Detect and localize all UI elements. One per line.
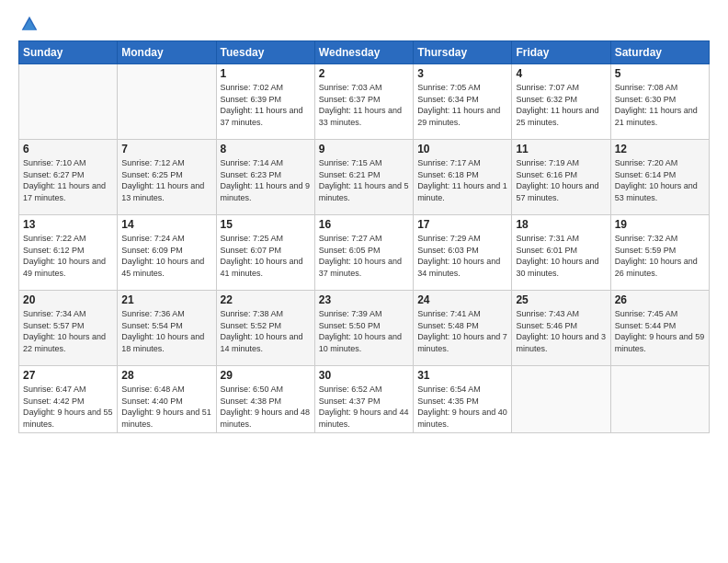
weekday-header-sunday: Sunday	[19, 41, 118, 64]
day-info: Sunrise: 7:34 AM Sunset: 5:57 PM Dayligh…	[23, 308, 113, 354]
day-cell: 6Sunrise: 7:10 AM Sunset: 6:27 PM Daylig…	[19, 140, 118, 215]
day-info: Sunrise: 7:14 AM Sunset: 6:23 PM Dayligh…	[221, 157, 311, 203]
day-number: 31	[417, 369, 507, 382]
logo-icon	[20, 15, 39, 33]
weekday-header-friday: Friday	[512, 41, 610, 64]
day-info: Sunrise: 7:31 AM Sunset: 6:01 PM Dayligh…	[516, 233, 606, 279]
day-cell	[19, 64, 118, 140]
weekday-header-thursday: Thursday	[414, 41, 512, 64]
day-number: 5	[615, 67, 705, 80]
day-info: Sunrise: 7:08 AM Sunset: 6:30 PM Dayligh…	[615, 82, 705, 128]
day-cell: 14Sunrise: 7:24 AM Sunset: 6:09 PM Dayli…	[118, 215, 216, 291]
day-number: 6	[23, 143, 113, 155]
day-number: 12	[615, 143, 705, 155]
day-info: Sunrise: 7:12 AM Sunset: 6:25 PM Dayligh…	[121, 157, 211, 203]
day-cell: 22Sunrise: 7:38 AM Sunset: 5:52 PM Dayli…	[216, 291, 314, 366]
day-number: 2	[319, 67, 409, 80]
day-number: 16	[319, 218, 409, 231]
day-cell: 19Sunrise: 7:32 AM Sunset: 5:59 PM Dayli…	[610, 215, 709, 291]
day-number: 22	[221, 293, 311, 306]
day-cell: 30Sunrise: 6:52 AM Sunset: 4:37 PM Dayli…	[314, 366, 413, 433]
day-cell: 24Sunrise: 7:41 AM Sunset: 5:48 PM Dayli…	[414, 291, 512, 366]
day-cell: 17Sunrise: 7:29 AM Sunset: 6:03 PM Dayli…	[414, 215, 512, 291]
day-cell: 10Sunrise: 7:17 AM Sunset: 6:18 PM Dayli…	[414, 140, 512, 215]
day-info: Sunrise: 7:03 AM Sunset: 6:37 PM Dayligh…	[319, 82, 409, 128]
weekday-header-row: SundayMondayTuesdayWednesdayThursdayFrid…	[19, 41, 710, 64]
day-info: Sunrise: 7:45 AM Sunset: 5:44 PM Dayligh…	[615, 308, 705, 354]
day-number: 24	[417, 293, 507, 306]
day-info: Sunrise: 7:02 AM Sunset: 6:39 PM Dayligh…	[221, 82, 311, 128]
day-info: Sunrise: 7:20 AM Sunset: 6:14 PM Dayligh…	[615, 157, 705, 203]
week-row-5: 27Sunrise: 6:47 AM Sunset: 4:42 PM Dayli…	[19, 366, 710, 433]
day-info: Sunrise: 7:24 AM Sunset: 6:09 PM Dayligh…	[121, 233, 211, 279]
day-cell: 26Sunrise: 7:45 AM Sunset: 5:44 PM Dayli…	[610, 291, 709, 366]
day-cell: 23Sunrise: 7:39 AM Sunset: 5:50 PM Dayli…	[314, 291, 413, 366]
day-number: 11	[516, 143, 606, 155]
day-number: 21	[121, 293, 211, 306]
week-row-3: 13Sunrise: 7:22 AM Sunset: 6:12 PM Dayli…	[19, 215, 710, 291]
day-number: 26	[615, 293, 705, 306]
week-row-2: 6Sunrise: 7:10 AM Sunset: 6:27 PM Daylig…	[19, 140, 710, 215]
weekday-header-wednesday: Wednesday	[314, 41, 413, 64]
day-cell	[610, 366, 709, 433]
day-number: 23	[319, 293, 409, 306]
day-info: Sunrise: 6:50 AM Sunset: 4:38 PM Dayligh…	[221, 384, 311, 430]
day-info: Sunrise: 6:52 AM Sunset: 4:37 PM Dayligh…	[319, 384, 409, 430]
weekday-header-monday: Monday	[118, 41, 216, 64]
day-cell: 4Sunrise: 7:07 AM Sunset: 6:32 PM Daylig…	[512, 64, 610, 140]
day-cell: 28Sunrise: 6:48 AM Sunset: 4:40 PM Dayli…	[118, 366, 216, 433]
day-number: 10	[417, 143, 507, 155]
day-number: 15	[221, 218, 311, 231]
calendar: SundayMondayTuesdayWednesdayThursdayFrid…	[18, 40, 710, 433]
day-cell: 7Sunrise: 7:12 AM Sunset: 6:25 PM Daylig…	[118, 140, 216, 215]
day-info: Sunrise: 7:32 AM Sunset: 5:59 PM Dayligh…	[615, 233, 705, 279]
day-number: 9	[319, 143, 409, 155]
day-info: Sunrise: 7:38 AM Sunset: 5:52 PM Dayligh…	[221, 308, 311, 354]
weekday-header-tuesday: Tuesday	[216, 41, 314, 64]
day-info: Sunrise: 7:41 AM Sunset: 5:48 PM Dayligh…	[417, 308, 507, 354]
day-info: Sunrise: 7:05 AM Sunset: 6:34 PM Dayligh…	[417, 82, 507, 128]
day-cell: 18Sunrise: 7:31 AM Sunset: 6:01 PM Dayli…	[512, 215, 610, 291]
day-info: Sunrise: 7:19 AM Sunset: 6:16 PM Dayligh…	[516, 157, 606, 203]
weekday-header-saturday: Saturday	[610, 41, 709, 64]
logo	[18, 15, 39, 33]
day-info: Sunrise: 7:17 AM Sunset: 6:18 PM Dayligh…	[417, 157, 507, 203]
day-number: 25	[516, 293, 606, 306]
day-cell: 2Sunrise: 7:03 AM Sunset: 6:37 PM Daylig…	[314, 64, 413, 140]
day-cell: 27Sunrise: 6:47 AM Sunset: 4:42 PM Dayli…	[19, 366, 118, 433]
day-cell	[512, 366, 610, 433]
day-number: 30	[319, 369, 409, 382]
day-cell: 9Sunrise: 7:15 AM Sunset: 6:21 PM Daylig…	[314, 140, 413, 215]
day-number: 14	[121, 218, 211, 231]
day-cell: 5Sunrise: 7:08 AM Sunset: 6:30 PM Daylig…	[610, 64, 709, 140]
page: SundayMondayTuesdayWednesdayThursdayFrid…	[0, 0, 728, 442]
week-row-1: 1Sunrise: 7:02 AM Sunset: 6:39 PM Daylig…	[19, 64, 710, 140]
day-info: Sunrise: 6:47 AM Sunset: 4:42 PM Dayligh…	[23, 384, 113, 430]
day-cell	[118, 64, 216, 140]
day-number: 13	[23, 218, 113, 231]
day-info: Sunrise: 7:07 AM Sunset: 6:32 PM Dayligh…	[516, 82, 606, 128]
day-number: 29	[221, 369, 311, 382]
day-number: 28	[121, 369, 211, 382]
day-number: 27	[23, 369, 113, 382]
day-cell: 21Sunrise: 7:36 AM Sunset: 5:54 PM Dayli…	[118, 291, 216, 366]
day-cell: 16Sunrise: 7:27 AM Sunset: 6:05 PM Dayli…	[314, 215, 413, 291]
day-cell: 12Sunrise: 7:20 AM Sunset: 6:14 PM Dayli…	[610, 140, 709, 215]
day-cell: 15Sunrise: 7:25 AM Sunset: 6:07 PM Dayli…	[216, 215, 314, 291]
day-info: Sunrise: 7:15 AM Sunset: 6:21 PM Dayligh…	[319, 157, 409, 203]
day-info: Sunrise: 7:29 AM Sunset: 6:03 PM Dayligh…	[417, 233, 507, 279]
day-info: Sunrise: 6:48 AM Sunset: 4:40 PM Dayligh…	[121, 384, 211, 430]
day-number: 19	[615, 218, 705, 231]
day-number: 17	[417, 218, 507, 231]
day-cell: 13Sunrise: 7:22 AM Sunset: 6:12 PM Dayli…	[19, 215, 118, 291]
day-info: Sunrise: 7:27 AM Sunset: 6:05 PM Dayligh…	[319, 233, 409, 279]
day-info: Sunrise: 6:54 AM Sunset: 4:35 PM Dayligh…	[417, 384, 507, 430]
header	[18, 15, 710, 33]
day-number: 3	[417, 67, 507, 80]
day-cell: 1Sunrise: 7:02 AM Sunset: 6:39 PM Daylig…	[216, 64, 314, 140]
day-info: Sunrise: 7:25 AM Sunset: 6:07 PM Dayligh…	[221, 233, 311, 279]
day-number: 20	[23, 293, 113, 306]
day-info: Sunrise: 7:22 AM Sunset: 6:12 PM Dayligh…	[23, 233, 113, 279]
day-number: 8	[221, 143, 311, 155]
day-cell: 25Sunrise: 7:43 AM Sunset: 5:46 PM Dayli…	[512, 291, 610, 366]
